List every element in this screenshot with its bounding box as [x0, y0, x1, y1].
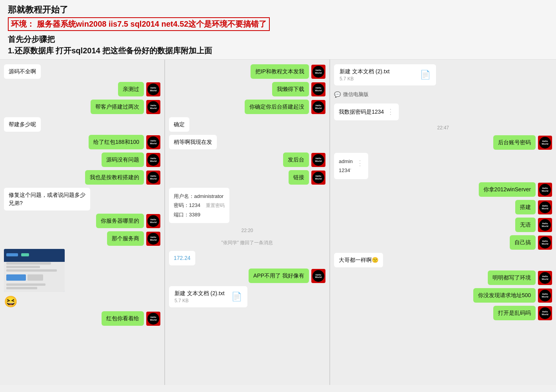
- file-name: 新建 文本文档 (2).txt: [340, 68, 416, 75]
- wechat-label: 微信电脑版: [343, 91, 369, 98]
- table-row: Hello World 链接: [169, 170, 325, 185]
- file-bubble: 新建 文本文档 (2).txt 5.7 KB 📄: [169, 286, 247, 307]
- bubble: 源码不全啊: [4, 64, 41, 79]
- bubble: 把IP和教程文本发我: [251, 64, 309, 79]
- table-row: Hello World 我也是按教程搭建的: [4, 170, 160, 185]
- avatar: Hello World: [538, 271, 552, 285]
- table-row: 稍等啊我现在发: [169, 135, 325, 149]
- avatar: Hello World: [146, 153, 160, 167]
- chat-panel-3: 新建 文本文档 (2).txt 5.7 KB 📄 💬 微信电脑版 我数据密码是1…: [330, 60, 556, 385]
- table-row: Hello World 后台账号密码: [334, 135, 552, 150]
- avatar: Hello World: [146, 135, 160, 149]
- avatar: Hello World: [311, 100, 325, 114]
- avatar: Hello World: [538, 200, 552, 214]
- table-row: Hello World 把IP和教程文本发我: [169, 64, 325, 79]
- table-row: 修复这个问题，或者说问题多少兄弟?: [4, 188, 160, 211]
- avatar: Hello World: [311, 82, 325, 96]
- table-row: 新建 文本文档 (2).txt 5.7 KB 📄: [169, 286, 325, 307]
- bubble: 你服务器哪里的: [96, 214, 144, 228]
- bubble: 我懒得下载: [272, 82, 309, 96]
- table-row: Hello World 帮客户搭建过两次: [4, 100, 160, 114]
- table-row: Hello World 无语: [334, 218, 552, 232]
- avatar: Hello World: [146, 82, 160, 96]
- system-recall: "依同学" 撤回了一条消息: [169, 240, 325, 246]
- more-icon[interactable]: ⋮: [387, 107, 394, 117]
- screenshot-thumbnail: [4, 249, 65, 292]
- emoji: 😆: [4, 295, 18, 308]
- bubble: 源码没有问题: [102, 152, 144, 167]
- avatar: Hello World: [538, 183, 552, 197]
- table-row: 172.24: [169, 251, 325, 265]
- table-row: Hello World 你拿2012winServer: [334, 182, 552, 197]
- table-row: Hello World 打开是乱码吗: [334, 306, 552, 320]
- table-row: Hello World 给了红包188和100: [4, 135, 160, 149]
- avatar: Hello World: [146, 312, 160, 326]
- avatar: Hello World: [311, 65, 325, 79]
- avatar: Hello World: [538, 289, 552, 303]
- avatar: Hello World: [311, 153, 325, 167]
- avatar: Hello World: [311, 171, 325, 185]
- bubble: 链接: [289, 170, 309, 185]
- bubble: 打开是乱码吗: [493, 306, 536, 320]
- table-row: 用户名：administrator 密码：1234 重置密码 端口：3389: [169, 188, 325, 223]
- bubble: 帮建多少呢: [4, 117, 41, 132]
- admin-info-bubble: 用户名：administrator 密码：1234 重置密码 端口：3389: [169, 188, 229, 223]
- wechat-info-row: 💬 微信电脑版: [334, 90, 552, 100]
- admin-credentials-bubble: admin1234′ ⋮: [334, 153, 368, 179]
- bubble: 无语: [515, 218, 536, 232]
- bubble: 帮客户搭建过两次: [91, 100, 144, 114]
- bubble: 确定: [169, 117, 189, 132]
- table-row: 😆: [4, 295, 160, 308]
- bubble: 你没发现请求地址500: [473, 288, 536, 303]
- db-password-bubble: 我数据密码是1234 ⋮: [334, 103, 399, 120]
- system-time-p3: 22:47: [334, 125, 552, 131]
- bubble: 172.24: [169, 251, 195, 265]
- file-size: 5.7 KB: [174, 298, 227, 303]
- bubble: 给了红包188和100: [89, 135, 144, 149]
- file-size: 5.7 KB: [340, 76, 416, 82]
- table-row: admin1234′ ⋮: [334, 153, 552, 179]
- table-row: 新建 文本文档 (2).txt 5.7 KB 📄: [334, 64, 552, 85]
- table-row: Hello World 那个服务商: [4, 231, 160, 246]
- avatar: Hello World: [146, 232, 160, 246]
- avatar: Hello World: [538, 306, 552, 320]
- table-row: 源码不全啊: [4, 64, 160, 79]
- top-line4: 1.还原数据库 打开sql2014 把这些备份好的数据库附加上面: [8, 45, 548, 56]
- table-row: Hello World APP不用了 我好像有: [169, 269, 325, 283]
- main-area: 源码不全啊 Hello World 亲测过 Hello World 帮客户搭建过…: [0, 60, 556, 385]
- avatar: Hello World: [311, 269, 325, 283]
- bubble: 发后台: [283, 152, 309, 167]
- file-document-icon: 📄: [420, 70, 431, 80]
- table-row: 我数据密码是1234 ⋮: [334, 103, 552, 120]
- avatar: Hello World: [538, 236, 552, 250]
- top-line2: 环境： 服务器系统win2008 iis7.5 sql2014 net4.52这…: [8, 17, 270, 31]
- bubble: 亲测过: [118, 82, 144, 96]
- table-row: Hello World 明明都写了环境: [334, 270, 552, 285]
- avatar: Hello World: [538, 218, 552, 232]
- bubble: APP不用了 我好像有: [249, 269, 309, 283]
- chat-panel-1: 源码不全啊 Hello World 亲测过 Hello World 帮客户搭建过…: [0, 60, 165, 385]
- bubble: 稍等啊我现在发: [169, 135, 217, 149]
- top-section: 那就教程开始了 环境： 服务器系统win2008 iis7.5 sql2014 …: [0, 0, 556, 60]
- db-password-text: 我数据密码是1234: [339, 108, 384, 116]
- table-row: Hello World 自己搞: [334, 235, 552, 250]
- chat-panel-2: Hello World 把IP和教程文本发我 Hello World 我懒得下载…: [165, 60, 330, 385]
- table-row: Hello World 搭建: [334, 200, 552, 214]
- table-row: 大哥都一样啊🙁: [334, 253, 552, 267]
- table-row: 帮建多少呢: [4, 117, 160, 132]
- bubble: 红包你看着给: [102, 311, 144, 326]
- avatar: Hello World: [146, 171, 160, 185]
- table-row: Hello World 发后台: [169, 152, 325, 167]
- wechat-icon: 💬: [334, 91, 341, 98]
- table-row: Hello World 我懒得下载: [169, 82, 325, 96]
- avatar: Hello World: [146, 214, 160, 228]
- table-row: Hello World 红包你看着给: [4, 311, 160, 326]
- bubble: 那个服务商: [107, 231, 144, 246]
- system-time: 22:20: [169, 228, 325, 233]
- avatar: Hello World: [538, 136, 552, 150]
- avatar: Hello World: [146, 100, 160, 114]
- bubble: 你确定你后台搭建起没: [245, 100, 309, 114]
- bubble: 我也是按教程搭建的: [85, 170, 144, 185]
- more-icon-admin[interactable]: ⋮: [356, 157, 363, 169]
- bubble: 修复这个问题，或者说问题多少兄弟?: [4, 188, 90, 211]
